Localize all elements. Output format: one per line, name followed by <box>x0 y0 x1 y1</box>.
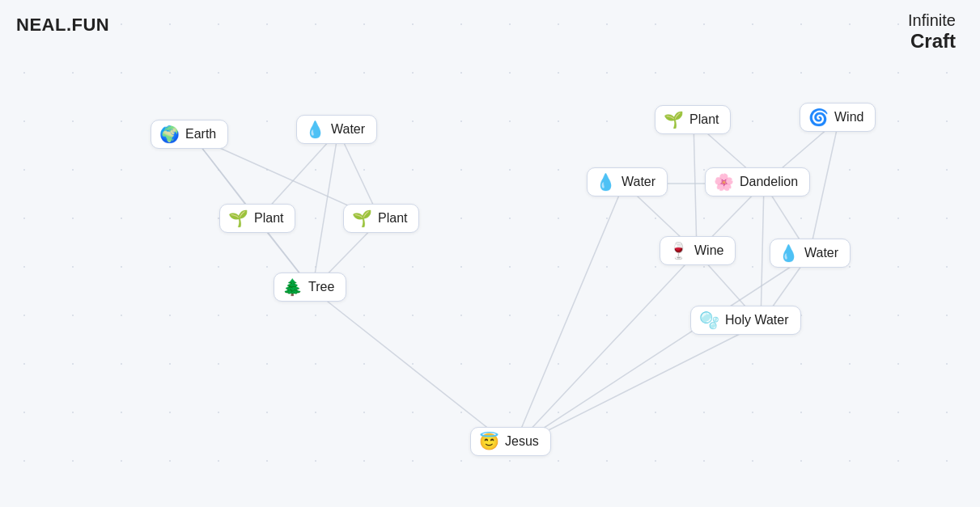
jesus-label: Jesus <box>505 434 539 449</box>
svg-line-19 <box>312 289 513 448</box>
svg-line-18 <box>761 184 764 323</box>
brand: Infinite Craft <box>908 11 956 53</box>
node-dandelion[interactable]: 🌸Dandelion <box>705 167 810 196</box>
wine-icon: 🍷 <box>668 243 689 259</box>
water1-label: Water <box>331 122 365 137</box>
node-earth[interactable]: 🌍Earth <box>151 120 228 149</box>
plant3-icon: 🌱 <box>664 112 684 128</box>
water1-icon: 💧 <box>305 121 325 137</box>
node-plant3[interactable]: 🌱Plant <box>655 105 731 134</box>
node-tree[interactable]: 🌲Tree <box>274 273 346 302</box>
water2-icon: 💧 <box>596 174 616 190</box>
svg-line-21 <box>513 252 697 448</box>
node-plant2[interactable]: 🌱Plant <box>343 204 419 233</box>
svg-line-22 <box>513 323 761 448</box>
plant2-icon: 🌱 <box>352 210 372 226</box>
logo: NEAL.FUN <box>16 15 109 36</box>
wind-label: Wind <box>834 110 863 125</box>
earth-icon: 🌍 <box>159 126 180 142</box>
plant2-label: Plant <box>378 211 407 226</box>
plant1-icon: 🌱 <box>228 210 248 226</box>
node-water3[interactable]: 💧Water <box>770 239 851 268</box>
node-jesus[interactable]: 😇Jesus <box>470 427 551 456</box>
node-holywater[interactable]: 🫧Holy Water <box>690 306 801 335</box>
tree-label: Tree <box>308 280 334 294</box>
plant3-label: Plant <box>689 112 719 127</box>
earth-label: Earth <box>185 127 216 142</box>
svg-line-20 <box>513 184 624 448</box>
jesus-icon: 😇 <box>479 433 499 450</box>
water3-icon: 💧 <box>778 245 799 261</box>
dandelion-label: Dandelion <box>740 175 798 189</box>
svg-line-7 <box>312 131 338 289</box>
node-water1[interactable]: 💧Water <box>296 115 377 144</box>
dandelion-icon: 🌸 <box>714 174 734 190</box>
svg-line-11 <box>694 121 697 252</box>
node-wine[interactable]: 🍷Wine <box>660 236 736 265</box>
wine-label: Wine <box>694 243 723 258</box>
holywater-label: Holy Water <box>725 313 789 327</box>
wind-icon: 🌀 <box>808 109 829 125</box>
tree-icon: 🌲 <box>282 279 303 295</box>
holywater-icon: 🫧 <box>699 312 719 328</box>
svg-line-23 <box>513 255 809 448</box>
water2-label: Water <box>622 175 655 189</box>
plant1-label: Plant <box>254 211 283 226</box>
svg-line-14 <box>809 119 839 255</box>
node-water2[interactable]: 💧Water <box>587 167 668 196</box>
node-wind[interactable]: 🌀Wind <box>800 103 876 132</box>
water3-label: Water <box>804 246 838 260</box>
node-plant1[interactable]: 🌱Plant <box>219 204 295 233</box>
